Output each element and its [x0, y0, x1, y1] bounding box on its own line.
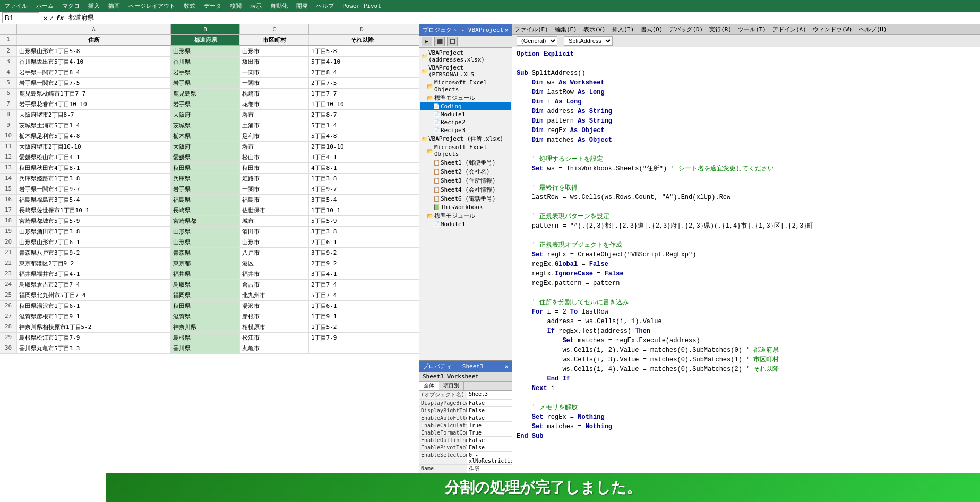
table-cell[interactable]: 1丁目10-1	[309, 205, 415, 215]
vba-tree-item[interactable]: 📋Sheet1 (郵便番号)	[420, 158, 511, 167]
table-cell[interactable]: 山形県山形市2丁目6-1	[17, 237, 171, 247]
vba-tree-item[interactable]: 📋Sheet4 (会社情報)	[420, 185, 511, 194]
table-cell[interactable]: 岩手県一関市2丁目7-5	[17, 78, 171, 88]
table-cell[interactable]: 香川県	[171, 343, 240, 353]
menu-home[interactable]: ホーム	[36, 2, 54, 10]
table-cell[interactable]: 栃木県	[171, 131, 240, 141]
property-value[interactable]: False	[467, 414, 512, 421]
table-cell[interactable]: 宮崎県都	[171, 216, 240, 226]
table-cell[interactable]: 岩手県花巻市3丁目10-10	[17, 99, 171, 109]
table-cell[interactable]: 3丁目4-1	[309, 152, 415, 162]
table-cell[interactable]: 茨城県土浦市5丁目1-4	[17, 120, 171, 131]
vba-tree-item[interactable]: 📄Module1	[420, 220, 511, 228]
table-cell[interactable]: 枕崎市	[240, 89, 309, 99]
menu-powerpivot[interactable]: Power Pivot	[342, 3, 381, 10]
property-value[interactable]: 住所	[467, 465, 512, 473]
table-cell[interactable]: 長崎県佐世保市1丁目10-1	[17, 205, 171, 215]
table-cell[interactable]: 島根県	[171, 333, 240, 343]
table-cell[interactable]: 5丁目1-4	[309, 120, 415, 131]
table-cell[interactable]: 堺市	[240, 142, 309, 152]
table-cell[interactable]: 3丁目4-1	[309, 269, 415, 279]
table-cell[interactable]: 城市	[240, 216, 309, 226]
table-cell[interactable]: 一関市	[240, 184, 309, 194]
table-cell[interactable]: 彦根市	[240, 311, 309, 322]
table-cell[interactable]: 堺市	[240, 110, 309, 120]
table-cell[interactable]: 青森県八戸市3丁目9-2	[17, 248, 171, 258]
table-cell[interactable]: 佐世保市	[240, 205, 309, 215]
vba-menu-item[interactable]: 実行(R)	[709, 25, 732, 33]
table-cell[interactable]: 3丁目3-8	[309, 227, 415, 237]
table-cell[interactable]: 福島市	[240, 195, 309, 205]
property-value[interactable]: Sheet3	[467, 391, 512, 399]
table-cell[interactable]: 福井市	[240, 269, 309, 279]
property-value[interactable]: 0 - xlNoRestrictio	[467, 452, 512, 464]
table-cell[interactable]: 4丁目8-1	[309, 163, 415, 173]
table-cell[interactable]: 相模原市	[240, 322, 309, 332]
table-cell[interactable]: 福井県	[171, 269, 240, 279]
table-cell[interactable]: 1丁目5-2	[309, 322, 415, 332]
table-cell[interactable]: 山形県山形市1丁目5-8	[17, 46, 171, 56]
table-cell[interactable]: 山形県	[171, 227, 240, 237]
property-value[interactable]: True	[467, 422, 512, 429]
vba-menu-item[interactable]: ヘルプ(H)	[859, 25, 887, 33]
menu-data[interactable]: データ	[204, 2, 221, 10]
header-cell-a[interactable]: 住所	[17, 35, 171, 45]
menu-review[interactable]: 校閲	[230, 2, 242, 10]
col-header-d[interactable]: D	[309, 24, 415, 34]
table-cell[interactable]: 鹿児島県	[171, 89, 240, 99]
table-cell[interactable]: 東京都	[171, 258, 240, 269]
table-cell[interactable]: 岩手県	[171, 184, 240, 194]
table-cell[interactable]: 福島県	[171, 195, 240, 205]
menu-formula[interactable]: 数式	[184, 2, 195, 10]
table-cell[interactable]: 岩手県	[171, 67, 240, 77]
vba-tree-item[interactable]: 📂標準モジュール	[420, 93, 511, 102]
table-cell[interactable]: 山形県	[171, 237, 240, 247]
table-cell[interactable]: 一関市	[240, 78, 309, 88]
vba-tree-item[interactable]: 📋Sheet2 (会社名)	[420, 167, 511, 176]
col-header-c[interactable]: C	[240, 24, 309, 34]
header-cell-c[interactable]: 市区町村	[240, 35, 309, 45]
vba-toolbar-btn-1[interactable]: ▶	[422, 37, 432, 46]
property-value[interactable]: False	[467, 444, 512, 451]
table-cell[interactable]: 秋田県秋田市4丁目8-1	[17, 163, 171, 173]
table-cell[interactable]: 岩手県一関市3丁目9-7	[17, 184, 171, 194]
vba-tree-item[interactable]: 📁VBAProject (addresses.xlsx)	[420, 49, 511, 64]
table-cell[interactable]: 1丁目3-8	[309, 174, 415, 184]
table-cell[interactable]: 5丁目5-9	[309, 216, 415, 226]
table-cell[interactable]: 山形市	[240, 237, 309, 247]
property-value[interactable]: False	[467, 437, 512, 444]
vba-tree-item[interactable]: 📄Recipe3	[420, 126, 511, 134]
table-cell[interactable]: 山形県酒田市3丁目3-8	[17, 227, 171, 237]
table-cell[interactable]: 栃木県足利市5丁目4-8	[17, 131, 171, 141]
vba-tree-item[interactable]: 📗ThisWorkbook	[420, 203, 511, 211]
table-cell[interactable]: 岩手県一関市2丁目8-4	[17, 67, 171, 77]
vba-tree-item[interactable]: 📂Microsoft Excel Objects	[420, 143, 511, 158]
table-cell[interactable]: 坂出市	[240, 57, 309, 67]
table-cell[interactable]: 北九州市	[240, 290, 309, 300]
table-cell[interactable]: 香川県坂出市5丁目4-10	[17, 57, 171, 67]
table-cell[interactable]: 岩手県	[171, 99, 240, 109]
vba-menu-item[interactable]: デバッグ(D)	[669, 25, 703, 33]
table-cell[interactable]: 愛媛県	[171, 152, 240, 162]
table-cell[interactable]: 青森県	[171, 248, 240, 258]
table-cell[interactable]: 3丁目9-7	[309, 184, 415, 194]
properties-tab-all[interactable]: 全体	[419, 382, 439, 390]
table-cell[interactable]: 大阪府堺市2丁目10-10	[17, 142, 171, 152]
general-dropdown[interactable]: (General)	[517, 36, 557, 46]
menu-view[interactable]: 表示	[250, 2, 262, 10]
vba-toolbar-btn-3[interactable]: 🔲	[447, 37, 458, 46]
menu-file[interactable]: ファイル	[4, 2, 28, 10]
table-cell[interactable]: 秋田県	[171, 301, 240, 311]
vba-menu-item[interactable]: 挿入(I)	[612, 25, 634, 33]
table-cell[interactable]: 鳥取県倉吉市2丁目7-4	[17, 280, 171, 290]
table-cell[interactable]: 1丁目10-10	[309, 99, 415, 109]
property-value[interactable]: False	[467, 400, 512, 406]
table-cell[interactable]: 2丁目9-2	[309, 258, 415, 269]
table-cell[interactable]: 滋賀県彦根市1丁目9-1	[17, 311, 171, 322]
vba-menu-item[interactable]: ツール(T)	[738, 25, 766, 33]
table-cell[interactable]: 滋賀県	[171, 311, 240, 322]
col-header-a[interactable]: A	[17, 24, 171, 34]
table-cell[interactable]: 松山市	[240, 152, 309, 162]
table-cell[interactable]: 2丁目7-4	[309, 280, 415, 290]
table-cell[interactable]: 港区	[240, 258, 309, 269]
